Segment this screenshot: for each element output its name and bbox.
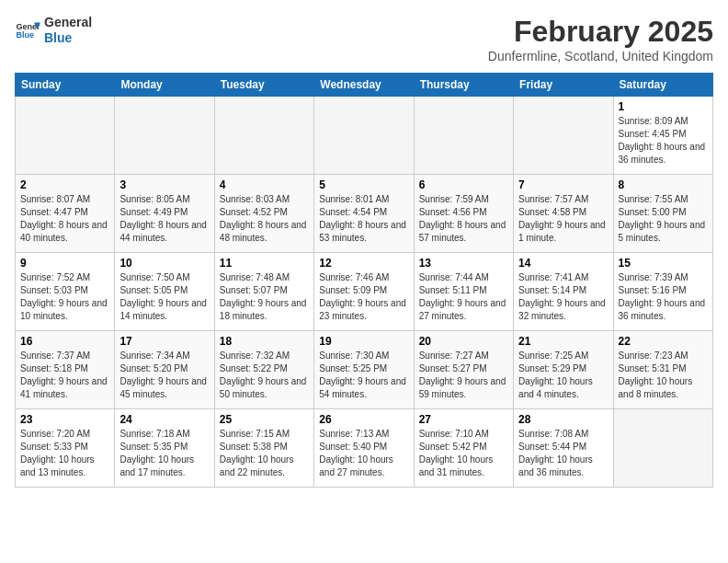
calendar-cell: 14Sunrise: 7:41 AMSunset: 5:14 PMDayligh…	[514, 253, 613, 331]
day-number: 26	[319, 413, 408, 426]
day-info: Sunrise: 7:52 AMSunset: 5:03 PMDaylight:…	[20, 271, 109, 323]
calendar-cell	[16, 97, 115, 175]
day-number: 15	[619, 257, 708, 270]
day-info: Sunrise: 7:32 AMSunset: 5:22 PMDaylight:…	[220, 350, 309, 401]
day-info: Sunrise: 7:27 AMSunset: 5:27 PMDaylight:…	[419, 350, 508, 401]
calendar-cell: 25Sunrise: 7:15 AMSunset: 5:38 PMDayligh…	[214, 409, 313, 488]
calendar-cell: 2Sunrise: 8:07 AMSunset: 4:47 PMDaylight…	[16, 175, 115, 253]
day-info: Sunrise: 8:01 AMSunset: 4:54 PMDaylight:…	[319, 193, 408, 245]
calendar-subtitle: Dunfermline, Scotland, United Kingdom	[488, 49, 713, 63]
day-number: 9	[20, 257, 109, 270]
svg-text:Blue: Blue	[16, 30, 34, 40]
calendar-cell: 18Sunrise: 7:32 AMSunset: 5:22 PMDayligh…	[214, 331, 313, 409]
logo-blue: Blue	[44, 30, 92, 46]
day-number: 22	[619, 335, 708, 348]
day-number: 11	[220, 257, 309, 270]
calendar-cell: 9Sunrise: 7:52 AMSunset: 5:03 PMDaylight…	[16, 253, 115, 331]
calendar-cell: 5Sunrise: 8:01 AMSunset: 4:54 PMDaylight…	[314, 175, 414, 253]
calendar-cell: 13Sunrise: 7:44 AMSunset: 5:11 PMDayligh…	[414, 253, 513, 331]
calendar-cell	[514, 97, 613, 175]
calendar-cell: 20Sunrise: 7:27 AMSunset: 5:27 PMDayligh…	[414, 331, 513, 409]
day-number: 12	[319, 257, 408, 270]
week-row-4: 16Sunrise: 7:37 AMSunset: 5:18 PMDayligh…	[16, 331, 713, 409]
day-number: 28	[518, 413, 608, 426]
day-number: 21	[518, 335, 608, 348]
logo-icon: General Blue	[15, 17, 40, 43]
calendar-header-row: Sunday Monday Tuesday Wednesday Thursday…	[16, 74, 713, 97]
calendar-cell: 12Sunrise: 7:46 AMSunset: 5:09 PMDayligh…	[314, 253, 414, 331]
col-friday: Friday	[514, 74, 613, 97]
day-number: 17	[119, 335, 209, 348]
week-row-1: 1Sunrise: 8:09 AMSunset: 4:45 PMDaylight…	[16, 97, 713, 175]
day-info: Sunrise: 7:46 AMSunset: 5:09 PMDaylight:…	[319, 271, 408, 323]
col-saturday: Saturday	[613, 74, 712, 97]
day-info: Sunrise: 7:13 AMSunset: 5:40 PMDaylight:…	[319, 428, 408, 479]
calendar-cell: 15Sunrise: 7:39 AMSunset: 5:16 PMDayligh…	[613, 253, 712, 331]
calendar-cell: 24Sunrise: 7:18 AMSunset: 5:35 PMDayligh…	[115, 409, 214, 488]
calendar-cell: 19Sunrise: 7:30 AMSunset: 5:25 PMDayligh…	[314, 331, 414, 409]
col-tuesday: Tuesday	[214, 74, 313, 97]
col-wednesday: Wednesday	[314, 74, 414, 97]
day-info: Sunrise: 7:48 AMSunset: 5:07 PMDaylight:…	[220, 271, 309, 323]
calendar-cell: 22Sunrise: 7:23 AMSunset: 5:31 PMDayligh…	[613, 331, 712, 409]
header: General Blue General Blue February 2025 …	[15, 15, 713, 63]
day-number: 6	[419, 178, 508, 191]
calendar-cell: 3Sunrise: 8:05 AMSunset: 4:49 PMDaylight…	[115, 175, 214, 253]
day-info: Sunrise: 7:23 AMSunset: 5:31 PMDaylight:…	[619, 350, 708, 401]
day-number: 8	[619, 178, 708, 191]
day-number: 18	[220, 335, 309, 348]
day-info: Sunrise: 7:25 AMSunset: 5:29 PMDaylight:…	[518, 350, 608, 401]
day-number: 24	[119, 413, 209, 426]
logo: General Blue General Blue	[15, 15, 92, 46]
calendar-cell	[214, 97, 313, 175]
day-number: 14	[518, 257, 608, 270]
day-number: 19	[319, 335, 408, 348]
calendar-cell: 17Sunrise: 7:34 AMSunset: 5:20 PMDayligh…	[115, 331, 214, 409]
week-row-5: 23Sunrise: 7:20 AMSunset: 5:33 PMDayligh…	[16, 409, 713, 488]
day-number: 4	[220, 178, 309, 191]
day-number: 2	[20, 178, 109, 191]
calendar-cell: 27Sunrise: 7:10 AMSunset: 5:42 PMDayligh…	[414, 409, 513, 488]
calendar-cell: 10Sunrise: 7:50 AMSunset: 5:05 PMDayligh…	[115, 253, 214, 331]
calendar-cell: 21Sunrise: 7:25 AMSunset: 5:29 PMDayligh…	[514, 331, 613, 409]
day-info: Sunrise: 7:41 AMSunset: 5:14 PMDaylight:…	[518, 271, 608, 323]
day-number: 20	[419, 335, 508, 348]
day-number: 27	[419, 413, 508, 426]
day-info: Sunrise: 7:08 AMSunset: 5:44 PMDaylight:…	[518, 428, 608, 479]
calendar-cell: 8Sunrise: 7:55 AMSunset: 5:00 PMDaylight…	[613, 175, 712, 253]
calendar-cell: 1Sunrise: 8:09 AMSunset: 4:45 PMDaylight…	[613, 97, 712, 175]
day-number: 3	[119, 178, 209, 191]
calendar-cell: 11Sunrise: 7:48 AMSunset: 5:07 PMDayligh…	[214, 253, 313, 331]
calendar-cell: 4Sunrise: 8:03 AMSunset: 4:52 PMDaylight…	[214, 175, 313, 253]
day-number: 10	[119, 257, 209, 270]
calendar-cell: 26Sunrise: 7:13 AMSunset: 5:40 PMDayligh…	[314, 409, 414, 488]
day-info: Sunrise: 8:05 AMSunset: 4:49 PMDaylight:…	[119, 193, 209, 245]
calendar-title: February 2025	[488, 15, 713, 49]
week-row-2: 2Sunrise: 8:07 AMSunset: 4:47 PMDaylight…	[16, 175, 713, 253]
calendar-cell	[613, 409, 712, 488]
day-info: Sunrise: 7:37 AMSunset: 5:18 PMDaylight:…	[20, 350, 109, 401]
day-number: 13	[419, 257, 508, 270]
calendar-cell	[314, 97, 414, 175]
title-area: February 2025 Dunfermline, Scotland, Uni…	[488, 15, 713, 63]
day-info: Sunrise: 7:59 AMSunset: 4:56 PMDaylight:…	[419, 193, 508, 245]
day-info: Sunrise: 7:50 AMSunset: 5:05 PMDaylight:…	[119, 271, 209, 323]
calendar-cell: 23Sunrise: 7:20 AMSunset: 5:33 PMDayligh…	[16, 409, 115, 488]
day-info: Sunrise: 7:20 AMSunset: 5:33 PMDaylight:…	[20, 428, 109, 479]
calendar-table: Sunday Monday Tuesday Wednesday Thursday…	[15, 73, 713, 488]
day-number: 25	[220, 413, 309, 426]
week-row-3: 9Sunrise: 7:52 AMSunset: 5:03 PMDaylight…	[16, 253, 713, 331]
calendar-cell	[115, 97, 214, 175]
day-info: Sunrise: 7:18 AMSunset: 5:35 PMDaylight:…	[119, 428, 209, 479]
col-sunday: Sunday	[16, 74, 115, 97]
day-number: 16	[20, 335, 109, 348]
calendar-cell: 16Sunrise: 7:37 AMSunset: 5:18 PMDayligh…	[16, 331, 115, 409]
calendar-cell: 28Sunrise: 7:08 AMSunset: 5:44 PMDayligh…	[514, 409, 613, 488]
day-info: Sunrise: 7:34 AMSunset: 5:20 PMDaylight:…	[119, 350, 209, 401]
day-info: Sunrise: 8:09 AMSunset: 4:45 PMDaylight:…	[619, 115, 708, 167]
day-info: Sunrise: 7:10 AMSunset: 5:42 PMDaylight:…	[419, 428, 508, 479]
day-info: Sunrise: 8:07 AMSunset: 4:47 PMDaylight:…	[20, 193, 109, 245]
calendar-cell	[414, 97, 513, 175]
day-number: 5	[319, 178, 408, 191]
calendar-cell: 7Sunrise: 7:57 AMSunset: 4:58 PMDaylight…	[514, 175, 613, 253]
